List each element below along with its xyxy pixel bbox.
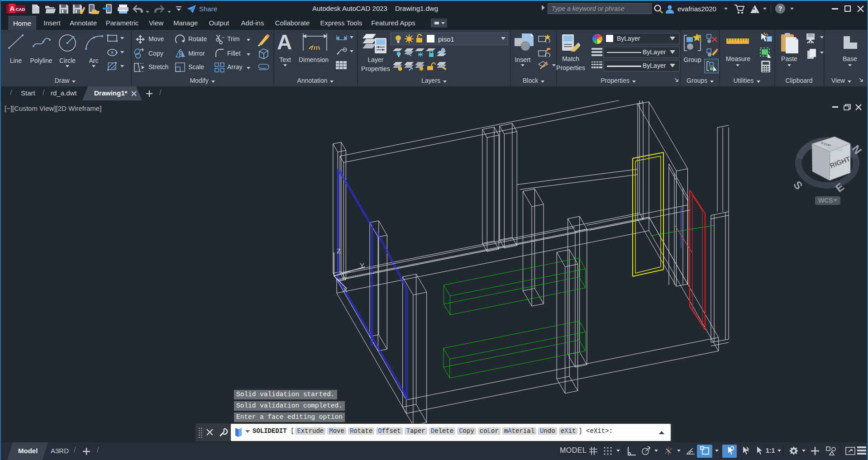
svg-text:S: S: [791, 179, 805, 192]
svg-text:?: ?: [778, 5, 782, 12]
svg-text:TOP: TOP: [820, 141, 832, 148]
svg-text:E: E: [833, 180, 846, 194]
svg-text:A: A: [10, 5, 15, 12]
svg-text:X: X: [343, 286, 348, 294]
svg-text:RIGHT: RIGHT: [829, 155, 851, 170]
svg-text:N: N: [850, 142, 864, 156]
svg-text:Z: Z: [337, 247, 341, 255]
svg-text:Y: Y: [360, 261, 364, 269]
svg-text:CAD: CAD: [16, 7, 25, 12]
